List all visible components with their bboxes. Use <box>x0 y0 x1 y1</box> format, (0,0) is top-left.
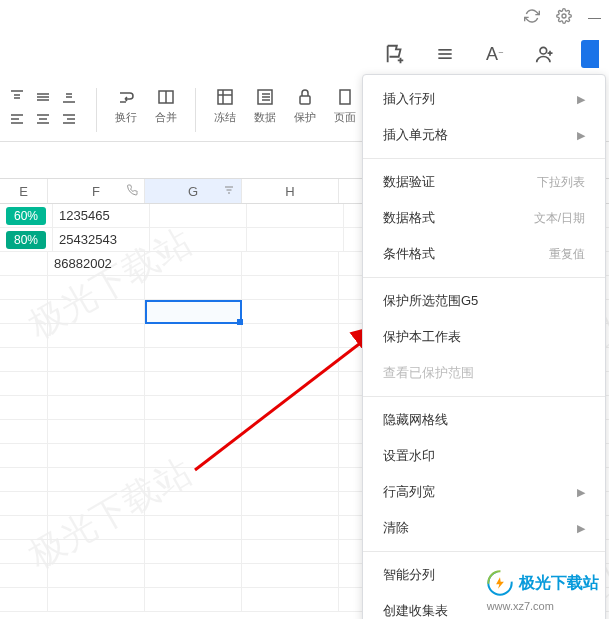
align-middle-icon[interactable] <box>34 88 52 106</box>
protect-icon <box>296 88 314 106</box>
align-top-icon[interactable] <box>8 88 26 106</box>
menu-data-validate[interactable]: 数据验证下拉列表 <box>363 164 605 200</box>
chevron-right-icon: ▶ <box>577 129 585 142</box>
freeze-group[interactable]: 冻结 <box>214 88 236 125</box>
menu-separator <box>363 158 605 159</box>
svg-point-4 <box>540 47 547 54</box>
align-group <box>8 88 78 128</box>
context-menu: 插入行列▶ 插入单元格▶ 数据验证下拉列表 数据格式文本/日期 条件格式重复值 … <box>362 74 606 619</box>
data-label: 数据 <box>254 110 276 125</box>
primary-action-button[interactable] <box>581 40 599 68</box>
svg-rect-25 <box>218 90 232 104</box>
cell-f2[interactable]: 25432543 <box>53 228 150 251</box>
menu-cond-format[interactable]: 条件格式重复值 <box>363 236 605 272</box>
col-header-e[interactable]: E <box>0 179 48 203</box>
wrap-icon <box>117 88 135 106</box>
page-group[interactable]: 页面 <box>334 88 356 125</box>
col-header-f[interactable]: F <box>48 179 145 203</box>
menu-hide-gridlines[interactable]: 隐藏网格线 <box>363 402 605 438</box>
site-logo: 极光下载站 www.xz7.com <box>487 570 599 613</box>
settings-icon[interactable] <box>556 8 572 27</box>
cell-h3[interactable] <box>242 252 339 275</box>
refresh-icon[interactable] <box>524 8 540 27</box>
cell-g2[interactable] <box>150 228 247 251</box>
chevron-right-icon: ▶ <box>577 522 585 535</box>
phone-icon <box>126 184 138 199</box>
logo-icon <box>487 570 513 599</box>
page-label: 页面 <box>334 110 356 125</box>
svg-point-0 <box>562 14 566 18</box>
svg-marker-41 <box>496 577 504 589</box>
filter-icon[interactable] <box>223 184 235 199</box>
data-group[interactable]: 数据 <box>254 88 276 125</box>
align-bottom-icon[interactable] <box>60 88 78 106</box>
protect-group[interactable]: 保护 <box>294 88 316 125</box>
menu-row-col-size[interactable]: 行高列宽▶ <box>363 474 605 510</box>
menu-clear[interactable]: 清除▶ <box>363 510 605 546</box>
menu-protect-sheet[interactable]: 保护本工作表 <box>363 319 605 355</box>
menu-protect-range[interactable]: 保护所选范围G5 <box>363 283 605 319</box>
menu-data-format[interactable]: 数据格式文本/日期 <box>363 200 605 236</box>
wrap-label: 换行 <box>115 110 137 125</box>
menu-set-watermark[interactable]: 设置水印 <box>363 438 605 474</box>
cell-g1[interactable] <box>150 204 247 227</box>
cell-f1[interactable]: 1235465 <box>53 204 150 227</box>
data-icon <box>256 88 274 106</box>
freeze-icon <box>216 88 234 106</box>
col-header-h[interactable]: H <box>242 179 339 203</box>
merge-label: 合并 <box>155 110 177 125</box>
share-button[interactable] <box>531 40 559 68</box>
svg-rect-32 <box>300 96 310 104</box>
cell-e1[interactable]: 60% <box>0 204 53 227</box>
cell-e3[interactable] <box>0 252 48 275</box>
svg-rect-33 <box>340 90 350 104</box>
window-controls: — <box>524 8 601 27</box>
menu-insert-cell[interactable]: 插入单元格▶ <box>363 117 605 153</box>
flag-add-button[interactable] <box>381 40 409 68</box>
menu-separator <box>363 396 605 397</box>
menu-insert-rowcol[interactable]: 插入行列▶ <box>363 81 605 117</box>
align-right-icon[interactable] <box>60 110 78 128</box>
merge-group[interactable]: 合并 <box>155 88 177 125</box>
align-center-icon[interactable] <box>34 110 52 128</box>
minimize-icon[interactable]: — <box>588 10 601 25</box>
cell-f3[interactable]: 86882002 <box>48 252 145 275</box>
wrap-group[interactable]: 换行 <box>115 88 137 125</box>
cell-h2[interactable] <box>247 228 344 251</box>
font-button[interactable]: A⁻ <box>481 40 509 68</box>
top-toolbar: A⁻ <box>381 40 609 68</box>
menu-view-protected: 查看已保护范围 <box>363 355 605 391</box>
menu-icon[interactable] <box>431 40 459 68</box>
chevron-right-icon: ▶ <box>577 486 585 499</box>
merge-icon <box>157 88 175 106</box>
menu-separator <box>363 277 605 278</box>
chevron-right-icon: ▶ <box>577 93 585 106</box>
cell-g3[interactable] <box>145 252 242 275</box>
menu-separator <box>363 551 605 552</box>
col-header-g[interactable]: G <box>145 179 242 203</box>
page-icon <box>336 88 354 106</box>
align-left-icon[interactable] <box>8 110 26 128</box>
freeze-label: 冻结 <box>214 110 236 125</box>
cell-e2[interactable]: 80% <box>0 228 53 251</box>
protect-label: 保护 <box>294 110 316 125</box>
cell-h1[interactable] <box>247 204 344 227</box>
